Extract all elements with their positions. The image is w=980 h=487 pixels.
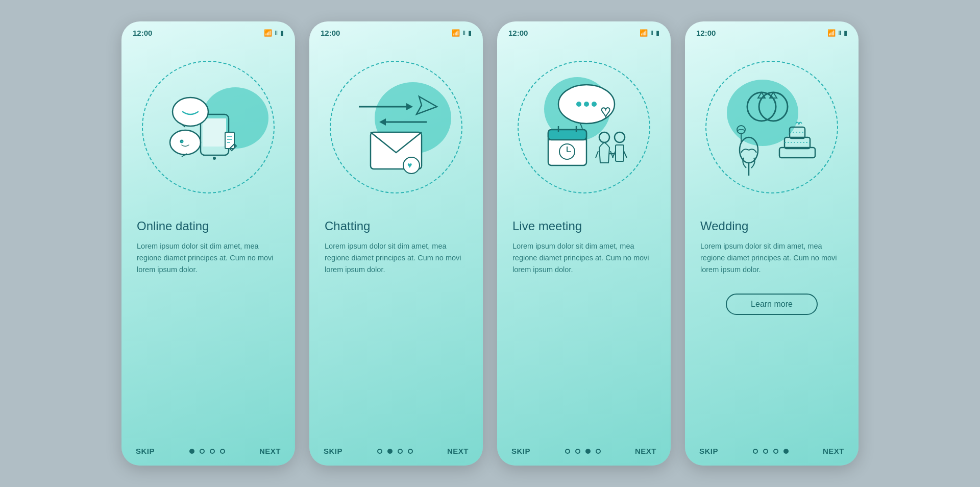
nav-bar-2: SKIP NEXT [309, 440, 483, 466]
content-area-2: Chatting Lorem ipsum dolor sit dim amet,… [309, 214, 483, 440]
dot-1-3 [210, 449, 215, 454]
next-button-1[interactable]: NEXT [259, 447, 281, 455]
svg-rect-52 [785, 137, 810, 149]
status-bar-3: 12:00 📶 Ⅱ ▮ [497, 21, 671, 40]
skip-button-4[interactable]: SKIP [699, 447, 718, 455]
illustration-area-1: ♥ [121, 40, 295, 214]
svg-marker-19 [379, 118, 386, 126]
screen-body-4: Lorem ipsum dolor sit dim amet, mea regi… [700, 240, 843, 276]
nav-bar-3: SKIP NEXT [497, 440, 671, 466]
nav-bar-1: SKIP NEXT [121, 440, 295, 466]
dot-2-3 [398, 449, 403, 454]
skip-button-2[interactable]: SKIP [324, 447, 342, 455]
wedding-illustration [713, 68, 830, 186]
dot-1-2 [200, 449, 205, 454]
signal-icon-3: Ⅱ [650, 29, 653, 37]
screens-container: 12:00 📶 Ⅱ ▮ [121, 21, 859, 466]
dot-3-2 [575, 449, 580, 454]
battery-icon-1: ▮ [280, 29, 284, 37]
dot-3-4 [596, 449, 601, 454]
svg-point-5 [170, 130, 201, 155]
screen-body-2: Lorem ipsum dolor sit dim amet, mea regi… [325, 240, 468, 276]
svg-point-47 [747, 92, 776, 121]
svg-text:♥: ♥ [407, 161, 412, 169]
dot-2-2 [387, 449, 393, 454]
status-time-1: 12:00 [133, 29, 152, 37]
learn-more-button[interactable]: Learn more [726, 294, 818, 315]
dot-4-4 [783, 449, 789, 454]
battery-icon-3: ▮ [656, 29, 659, 37]
dot-3-3 [585, 449, 591, 454]
dot-4-1 [753, 449, 758, 454]
content-area-3: Live meeting Lorem ipsum dolor sit dim a… [497, 214, 671, 440]
next-button-2[interactable]: NEXT [447, 447, 469, 455]
dot-1-4 [220, 449, 225, 454]
next-button-3[interactable]: NEXT [635, 447, 656, 455]
wifi-icon-1: 📶 [264, 29, 272, 37]
screen-body-3: Lorem ipsum dolor sit dim amet, mea regi… [512, 240, 655, 276]
dashed-circle-4 [705, 61, 838, 193]
battery-icon-2: ▮ [468, 29, 472, 37]
svg-point-42 [615, 132, 625, 142]
dot-1-1 [189, 449, 194, 454]
screen-title-3: Live meeting [512, 219, 655, 233]
screen-title-2: Chatting [325, 219, 468, 233]
svg-text:♥: ♥ [181, 139, 184, 144]
status-bar-4: 12:00 📶 Ⅱ ▮ [685, 21, 859, 40]
online-dating-illustration: ♥ [150, 68, 267, 186]
nav-dots-2 [377, 449, 413, 454]
svg-line-29 [580, 124, 582, 129]
content-area-4: Wedding Lorem ipsum dolor sit dim amet, … [685, 214, 859, 440]
svg-point-3 [173, 98, 208, 126]
signal-icon-2: Ⅱ [462, 29, 465, 37]
dot-2-4 [408, 449, 413, 454]
svg-point-39 [599, 132, 609, 142]
screen-live-meeting: 12:00 📶 Ⅱ ▮ ♥ [497, 21, 671, 466]
wifi-icon-2: 📶 [452, 29, 460, 37]
wifi-icon-3: 📶 [640, 29, 648, 37]
illustration-area-2: ♥ [309, 40, 483, 214]
svg-point-54 [798, 123, 800, 125]
nav-bar-4: SKIP NEXT [685, 440, 859, 466]
status-bar-2: 12:00 📶 Ⅱ ▮ [309, 21, 483, 40]
screen-title-4: Wedding [700, 219, 843, 233]
dot-4-3 [773, 449, 778, 454]
svg-marker-16 [406, 103, 413, 110]
illustration-area-3: ♥ [497, 40, 671, 214]
screen-body-1: Lorem ipsum dolor sit dim amet, mea regi… [137, 240, 280, 276]
screen-wedding: 12:00 📶 Ⅱ ▮ [685, 21, 859, 466]
content-area-1: Online dating Lorem ipsum dolor sit dim … [121, 214, 295, 440]
status-icons-3: 📶 Ⅱ ▮ [640, 29, 659, 37]
svg-rect-1 [203, 118, 226, 147]
nav-dots-4 [753, 449, 789, 454]
svg-point-48 [759, 92, 788, 121]
dot-4-2 [763, 449, 768, 454]
svg-point-2 [213, 157, 216, 160]
dot-2-1 [377, 449, 382, 454]
svg-point-27 [584, 102, 589, 107]
dashed-circle-2: ♥ [330, 61, 462, 193]
skip-button-3[interactable]: SKIP [511, 447, 530, 455]
screen-chatting: 12:00 📶 Ⅱ ▮ [309, 21, 483, 466]
dashed-circle-3: ♥ [518, 61, 650, 193]
status-time-4: 12:00 [696, 29, 716, 37]
screen-title-1: Online dating [137, 219, 280, 233]
illustration-area-4 [685, 40, 859, 214]
svg-rect-53 [790, 127, 805, 138]
screen-online-dating: 12:00 📶 Ⅱ ▮ [121, 21, 295, 466]
next-button-4[interactable]: NEXT [823, 447, 844, 455]
svg-rect-32 [548, 130, 586, 140]
wifi-icon-4: 📶 [827, 29, 836, 37]
chatting-illustration: ♥ [337, 68, 455, 186]
svg-rect-43 [616, 145, 624, 161]
status-icons-2: 📶 Ⅱ ▮ [452, 29, 472, 37]
svg-text:♥: ♥ [601, 102, 610, 120]
dot-3-1 [565, 449, 570, 454]
svg-line-40 [596, 151, 598, 158]
live-meeting-illustration: ♥ [525, 68, 643, 186]
dashed-circle-1: ♥ [142, 61, 275, 193]
nav-dots-1 [189, 449, 225, 454]
svg-marker-20 [416, 96, 437, 114]
signal-icon-1: Ⅱ [275, 29, 278, 37]
skip-button-1[interactable]: SKIP [136, 447, 155, 455]
